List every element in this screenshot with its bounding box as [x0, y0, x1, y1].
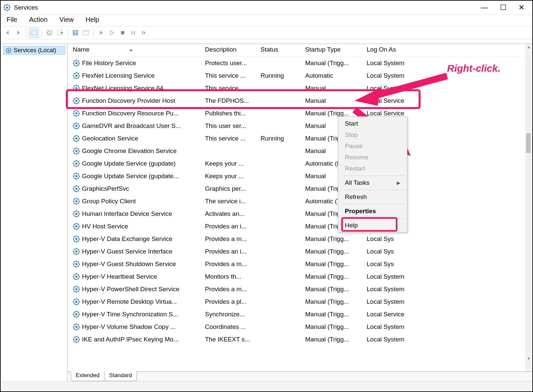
play-outline-button[interactable] — [107, 28, 117, 38]
service-row[interactable]: Hyper-V Time Synchronization S...Synchro… — [67, 308, 532, 321]
cm-start[interactable]: Start — [338, 118, 407, 129]
gear-icon — [73, 286, 80, 293]
service-row[interactable]: IKE and AuthIP IPsec Keying Mo...The IKE… — [67, 333, 532, 346]
service-row[interactable]: Google Chrome Elevation ServiceManualLoc… — [67, 145, 532, 157]
pause-button[interactable] — [128, 28, 138, 38]
col-header-logon[interactable]: Log On As — [364, 45, 430, 54]
gear-icon — [73, 135, 80, 142]
service-row[interactable]: Hyper-V Volume Shadow Copy ...Coordinate… — [67, 321, 532, 333]
vertical-scrollbar[interactable]: ▲ ▼ — [525, 44, 532, 372]
gear-icon — [73, 223, 80, 230]
menubar: File Action View Help — [1, 15, 532, 26]
list-body: File History ServiceProtects user...Manu… — [67, 57, 532, 372]
scrollbar-thumb[interactable] — [526, 133, 531, 153]
close-button[interactable]: ✕ — [518, 3, 524, 12]
minimize-button[interactable]: — — [481, 3, 488, 12]
service-startup: Manual (Trigg... — [303, 286, 364, 293]
service-description: Coordinates ... — [202, 323, 258, 331]
service-row[interactable]: Hyper-V Data Exchange ServiceProvides a … — [67, 233, 532, 245]
refresh-button[interactable] — [44, 28, 54, 38]
col-header-description[interactable]: Description — [202, 45, 258, 54]
restart-icon-button[interactable] — [139, 28, 149, 38]
service-startup: Manual (Trigg... — [303, 273, 364, 280]
service-name: FlexNet Licensing Service 64 — [82, 85, 163, 92]
menu-file[interactable]: File — [7, 16, 17, 23]
service-name: Google Update Service (gupdate... — [82, 173, 179, 180]
cm-stop: Stop — [338, 129, 407, 140]
annotation-right-click-label: Right-click. — [447, 63, 501, 74]
service-row[interactable]: HV Host ServiceProvides an i...Manual (T… — [67, 220, 532, 233]
nav-back-button[interactable] — [3, 28, 13, 38]
svg-rect-11 — [31, 30, 33, 35]
service-description: This service ... — [202, 135, 258, 142]
svg-rect-17 — [83, 30, 89, 32]
service-row[interactable]: Function Discovery Resource Pu...Publish… — [67, 107, 532, 120]
gear-icon — [73, 122, 80, 130]
col-header-name[interactable]: Name — [67, 45, 202, 54]
service-description: Provides a m... — [202, 235, 258, 243]
service-status: Running — [258, 72, 303, 79]
tab-standard[interactable]: Standard — [104, 372, 137, 381]
service-name: Hyper-V Guest Shutdown Service — [82, 260, 176, 268]
service-logon: Local System — [364, 298, 430, 305]
menu-view[interactable]: View — [60, 16, 74, 23]
service-row[interactable]: Google Update Service (gupdate...Keeps y… — [67, 170, 532, 182]
cm-all-tasks[interactable]: All Tasks▶ — [338, 177, 407, 188]
tree-root-label: Services (Local) — [14, 47, 56, 54]
service-row[interactable]: Google Update Service (gupdate)Keeps you… — [67, 157, 532, 170]
service-startup: Manual (Trigg... — [303, 260, 364, 268]
show-hide-tree-button[interactable] — [29, 28, 39, 38]
service-row[interactable]: Function Discovery Provider HostThe FDPH… — [67, 95, 532, 107]
service-row[interactable]: Geolocation ServiceThis service ...Runni… — [67, 132, 532, 145]
service-row[interactable]: Hyper-V Remote Desktop Virtua...Provides… — [67, 295, 532, 308]
service-logon: Local Service — [364, 110, 430, 117]
properties-icon-button[interactable] — [81, 28, 91, 38]
service-startup: Manual (Trigg... — [303, 59, 364, 67]
gear-icon — [73, 323, 80, 331]
service-name: Hyper-V Heartbeat Service — [82, 273, 157, 280]
menu-action[interactable]: Action — [29, 16, 48, 23]
gear-icon — [73, 311, 80, 318]
cm-restart: Restart — [338, 163, 407, 174]
service-startup: Manual — [303, 97, 364, 104]
service-name: HV Host Service — [82, 223, 128, 230]
col-header-startup[interactable]: Startup Type — [303, 45, 364, 54]
service-row[interactable]: Human Interface Device ServiceActivates … — [67, 208, 532, 220]
service-name: Hyper-V Guest Service Interface — [82, 248, 173, 255]
service-startup: Manual (Trigg... — [303, 110, 364, 117]
stop-button[interactable] — [118, 28, 128, 38]
svg-rect-18 — [121, 31, 124, 34]
service-logon: Local Sys — [364, 235, 430, 243]
service-row[interactable]: GameDVR and Broadcast User S...This user… — [67, 120, 532, 132]
cm-properties[interactable]: Properties — [338, 206, 407, 217]
menu-help[interactable]: Help — [86, 16, 99, 23]
service-row[interactable]: Group Policy ClientThe service i...Autom… — [67, 195, 532, 208]
gear-icon — [73, 85, 80, 92]
scroll-down-icon[interactable]: ▼ — [527, 356, 531, 361]
service-row[interactable]: Hyper-V Heartbeat ServiceMonitors th...M… — [67, 270, 532, 283]
service-row[interactable]: Hyper-V Guest Service InterfaceProvides … — [67, 245, 532, 258]
service-name: File History Service — [82, 59, 136, 67]
tree-root-item[interactable]: Services (Local) — [3, 46, 65, 55]
maximize-button[interactable]: ☐ — [500, 3, 507, 12]
nav-forward-button[interactable] — [13, 28, 23, 38]
cm-help[interactable]: Help — [338, 220, 407, 231]
play-button[interactable] — [97, 28, 106, 38]
gear-icon — [73, 273, 80, 280]
service-row[interactable]: Hyper-V Guest Shutdown ServiceProvides a… — [67, 258, 532, 270]
export-list-button[interactable] — [55, 28, 65, 38]
service-logon: Local Sys — [364, 260, 430, 268]
service-description: Provides an i... — [202, 248, 258, 255]
service-description: Provides an i... — [202, 223, 258, 230]
service-name: Hyper-V Volume Shadow Copy ... — [82, 323, 176, 331]
service-row[interactable]: FlexNet Licensing Service 64This service… — [67, 82, 532, 95]
cm-refresh[interactable]: Refresh — [338, 191, 407, 203]
titlebar: Services — ☐ ✕ — [1, 1, 532, 15]
help-button[interactable]: ? — [70, 28, 80, 38]
service-row[interactable]: Hyper-V PowerShell Direct ServiceProvide… — [67, 283, 532, 295]
scroll-up-icon[interactable]: ▲ — [527, 45, 531, 49]
col-header-status[interactable]: Status — [258, 45, 303, 54]
tab-extended[interactable]: Extended — [71, 372, 104, 381]
gear-icon — [73, 97, 80, 104]
service-row[interactable]: GraphicsPerfSvcGraphics per...Manual (Tr… — [67, 182, 532, 195]
